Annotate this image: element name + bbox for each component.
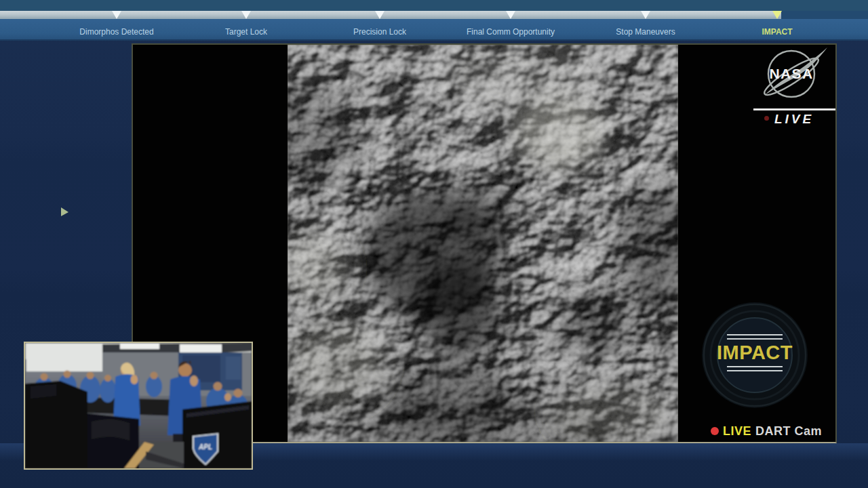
svg-text:APL: APL [198, 443, 212, 451]
svg-text:IMPACT: IMPACT [717, 342, 793, 363]
svg-text:NASA: NASA [769, 66, 813, 81]
